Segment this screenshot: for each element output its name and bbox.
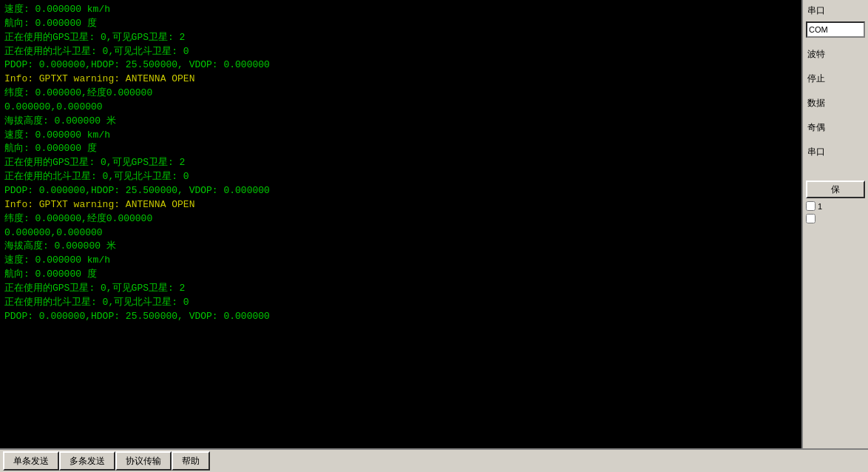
main-layout: 速度: 0.000000 km/h航向: 0.000000 度正在使用的GPS卫… [0, 0, 868, 448]
parity-label: 奇偶 [806, 120, 865, 135]
terminal-line: 正在使用的北斗卫星: 0,可见北斗卫星: 0 [4, 296, 797, 310]
terminal-line: 速度: 0.000000 km/h [4, 254, 797, 268]
terminal-line: 0.000000,0.000000 [4, 226, 797, 240]
terminal-line: 航向: 0.000000 度 [4, 268, 797, 282]
checkbox-row-2 [806, 214, 865, 223]
stop-bits-label: 停止 [806, 71, 865, 87]
data-bits-label: 数据 [806, 95, 865, 111]
serial-port-label: 串口 [806, 3, 865, 18]
terminal-line: PDOP: 0.000000,HDOP: 25.500000, VDOP: 0.… [4, 310, 797, 324]
right-panel: 串口 波特 停止 数据 奇偶 串口 保 1 [801, 0, 868, 448]
terminal-line: Info: GPTXT warning: ANTENNA OPEN [4, 198, 797, 212]
terminal-line: 正在使用的北斗卫星: 0,可见北斗卫星: 0 [4, 45, 797, 59]
protocol-tab[interactable]: 协议传输 [115, 451, 172, 471]
terminal-line: 海拔高度: 0.000000 米 [4, 115, 797, 129]
help-tab[interactable]: 帮助 [172, 451, 210, 471]
serial-label2: 串口 [806, 144, 865, 160]
terminal-line: 0.000000,0.000000 [4, 101, 797, 115]
baud-rate-label: 波特 [806, 47, 865, 62]
checkbox-row-1: 1 [806, 201, 865, 211]
save-button[interactable]: 保 [806, 181, 865, 198]
terminal-line: 纬度: 0.000000,经度0.000000 [4, 212, 797, 226]
terminal-line: 航向: 0.000000 度 [4, 142, 797, 156]
terminal-line: 速度: 0.000000 km/h [4, 3, 797, 17]
terminal-output[interactable]: 速度: 0.000000 km/h航向: 0.000000 度正在使用的GPS卫… [0, 0, 801, 448]
com-input[interactable] [806, 21, 865, 38]
checkbox-1-label: 1 [818, 202, 822, 211]
terminal-line: 速度: 0.000000 km/h [4, 129, 797, 143]
checkbox-1[interactable] [806, 201, 816, 211]
checkbox-2[interactable] [806, 214, 816, 223]
terminal-line: 海拔高度: 0.000000 米 [4, 240, 797, 254]
multi-send-tab[interactable]: 多条发送 [59, 451, 115, 471]
terminal-line: Info: GPTXT warning: ANTENNA OPEN [4, 73, 797, 87]
terminal-line: 正在使用的GPS卫星: 0,可见GPS卫星: 2 [4, 282, 797, 296]
single-send-tab[interactable]: 单条发送 [3, 451, 59, 471]
terminal-line: 正在使用的北斗卫星: 0,可见北斗卫星: 0 [4, 170, 797, 184]
terminal-line: PDOP: 0.000000,HDOP: 25.500000, VDOP: 0.… [4, 58, 797, 73]
terminal-line: PDOP: 0.000000,HDOP: 25.500000, VDOP: 0.… [4, 184, 797, 198]
terminal-line: 纬度: 0.000000,经度0.000000 [4, 87, 797, 101]
bottom-bar: 单条发送多条发送协议传输帮助 [0, 448, 868, 472]
terminal-line: 正在使用的GPS卫星: 0,可见GPS卫星: 2 [4, 156, 797, 170]
terminal-line: 正在使用的GPS卫星: 0,可见GPS卫星: 2 [4, 31, 797, 45]
terminal-line: 航向: 0.000000 度 [4, 17, 797, 31]
